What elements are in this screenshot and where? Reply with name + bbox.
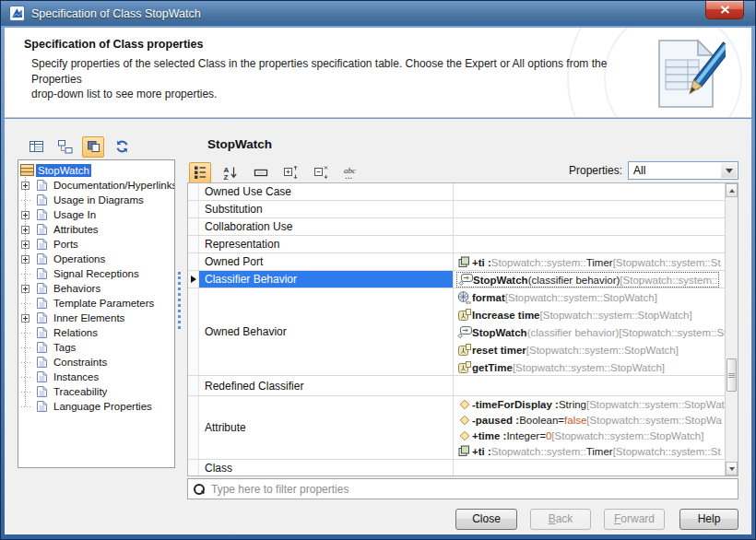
properties-mode-combobox[interactable]: All [628,161,738,180]
value-line[interactable]: Increase time [Stopwatch::system::StopWa… [454,306,725,323]
expand-plus-icon[interactable] [21,211,30,219]
tree-item-signal-receptions[interactable]: Signal Receptions [18,266,174,281]
property-row-owned-use-case[interactable]: Owned Use Case [188,183,725,201]
property-value-cell[interactable]: xyformat [Stopwatch::system::StopWatch]I… [454,288,725,375]
property-value-cell[interactable] [454,460,725,475]
tree-item-usage-in-diagrams[interactable]: Usage in Diagrams [18,193,174,207]
property-value-cell[interactable] [454,201,725,217]
tree-item-template-parameters[interactable]: Template Parameters [18,296,174,311]
title-bar[interactable]: Specification of Class StopWatch [1,1,755,26]
sort-alphabetically-icon[interactable]: AZ [219,162,242,183]
tree-item-tags[interactable]: Tags [18,340,174,355]
property-value-cell[interactable]: StopWatch(classifier behavior) [Stopwatc… [454,271,725,288]
expand-nodes-icon[interactable] [280,162,302,183]
tree-item-constraints[interactable]: Constraints [18,355,174,370]
tree-branch-stub [21,388,30,396]
tree-item-ports[interactable]: Ports [18,237,174,252]
value-segment: [Stopwatch::system::... [620,275,719,286]
tree-item-usage-in[interactable]: Usage In [18,207,174,222]
close-window-button[interactable] [705,1,744,19]
value-segment: [Stopwatch::system::StopWatch [586,399,725,410]
tree-item-attributes[interactable]: Attributes [18,222,174,237]
row-gutter [188,236,199,252]
property-value-cell[interactable]: +ti : Stopwatch::system::Timer [Stopwatc… [454,253,725,270]
combobox-dropdown-button[interactable] [721,163,737,178]
value-segment: (classifier behavior) [527,327,620,338]
tree-item-inner-elements[interactable]: Inner Elements [18,311,174,325]
tree-item-label: Attributes [52,223,100,236]
property-value-cell[interactable]: -timeForDisplay : String [Stopwatch::sys… [454,396,725,459]
value-line[interactable]: StopWatch(classifier behavior) [Stopwatc… [454,323,725,341]
opaque-icon: xy [456,291,472,304]
standard-view-icon[interactable] [82,136,104,158]
expand-plus-icon[interactable] [21,182,30,190]
value-line[interactable]: +ti : Stopwatch::system::Timer [Stopwatc… [454,443,725,459]
tree-item-relations[interactable]: Relations [18,325,174,340]
tree-item-instances[interactable]: Instances [18,370,174,384]
window-title: Specification of Class StopWatch [31,7,201,20]
header-description: Specify properties of the selected Class… [31,56,647,102]
categorized-view-icon[interactable] [189,162,211,183]
document-pencil-icon [650,36,726,113]
navigation-tree-panel: StopWatchDocumentation/HyperlinksUsage i… [18,159,175,468]
scroll-up-button[interactable] [726,183,738,197]
tree-item-documentation-hyperlinks[interactable]: Documentation/Hyperlinks [18,178,174,193]
value-segment: = [558,415,564,426]
property-row-class[interactable]: Class [188,460,725,475]
help-button[interactable]: Help [679,509,738,530]
property-row-substitution[interactable]: Substitution [188,201,725,218]
property-group-icon [36,282,48,295]
value-line[interactable]: getTime [Stopwatch::system::StopWatch] [454,358,725,375]
show-abbreviations-icon[interactable]: abc... [341,162,363,183]
scroll-down-button[interactable] [726,462,738,475]
property-name: Owned Port [199,253,454,270]
value-segment: Boolean [519,415,558,426]
row-gutter [188,460,199,475]
property-value-cell[interactable] [454,183,725,200]
value-line[interactable]: -timeForDisplay : String [Stopwatch::sys… [454,396,725,412]
expand-plus-icon[interactable] [21,226,30,234]
property-row-owned-behavior[interactable]: Owned Behaviorxyformat [Stopwatch::syste… [188,288,725,376]
property-row-attribute[interactable]: Attribute-timeForDisplay : String [Stopw… [188,396,725,460]
refresh-icon[interactable] [111,136,133,158]
property-value-cell[interactable] [454,218,725,235]
property-row-owned-port[interactable]: Owned Port+ti : Stopwatch::system::Timer… [188,253,725,271]
svg-text:Z: Z [224,173,229,181]
property-name: Substitution [199,201,454,217]
header-title: Specification of Class properties [24,38,204,51]
scrollbar-thumb[interactable] [726,358,737,392]
tree-view-icon[interactable] [53,136,76,158]
value-line[interactable]: reset timer [Stopwatch::system::StopWatc… [454,341,725,358]
property-row-classifier-behavior[interactable]: Classifier BehaviorStopWatch(classifier … [188,271,725,288]
table-scrollbar[interactable] [725,183,738,475]
tree-item-operations[interactable]: Operations [18,252,174,266]
property-row-collaboration-use[interactable]: Collaboration Use [188,218,725,236]
splitter-handle[interactable] [178,272,181,329]
show-description-icon[interactable] [250,162,272,183]
expand-plus-icon[interactable] [21,241,30,249]
property-row-representation[interactable]: Representation [188,236,725,253]
tree-branch-stub [21,358,30,367]
expand-plus-icon[interactable] [21,314,30,323]
property-group-icon [36,252,48,265]
value-line[interactable]: -paused : Boolean = false [Stopwatch::sy… [454,412,725,428]
form-view-icon[interactable] [25,136,47,158]
tree-item-traceability[interactable]: Traceability [18,384,174,399]
expand-plus-icon[interactable] [21,285,30,293]
value-line[interactable]: xyformat [Stopwatch::system::StopWatch] [454,288,725,306]
filter-input[interactable] [211,483,738,496]
value-line[interactable]: +ti : Stopwatch::system::Timer [Stopwatc… [454,253,725,270]
property-group-icon [36,311,48,324]
value-line[interactable]: StopWatch(classifier behavior) [Stopwatc… [454,271,725,288]
property-value-cell[interactable] [454,236,725,252]
expand-plus-icon[interactable] [21,255,30,264]
tree-item-stopwatch[interactable]: StopWatch [18,163,174,178]
value-line[interactable]: +time : Integer = 0 [Stopwatch::system::… [454,428,725,443]
tree-item-language-properties[interactable]: Language Properties [18,399,174,414]
collapse-nodes-icon[interactable] [311,162,333,183]
value-segment: [Stopwatch::system::StopWatch] [551,430,703,441]
tree-item-behaviors[interactable]: Behaviors [18,281,174,296]
property-value-cell[interactable] [454,376,725,395]
property-row-redefined-classifier[interactable]: Redefined Classifier [188,376,725,396]
close-button[interactable]: Close [455,509,517,530]
